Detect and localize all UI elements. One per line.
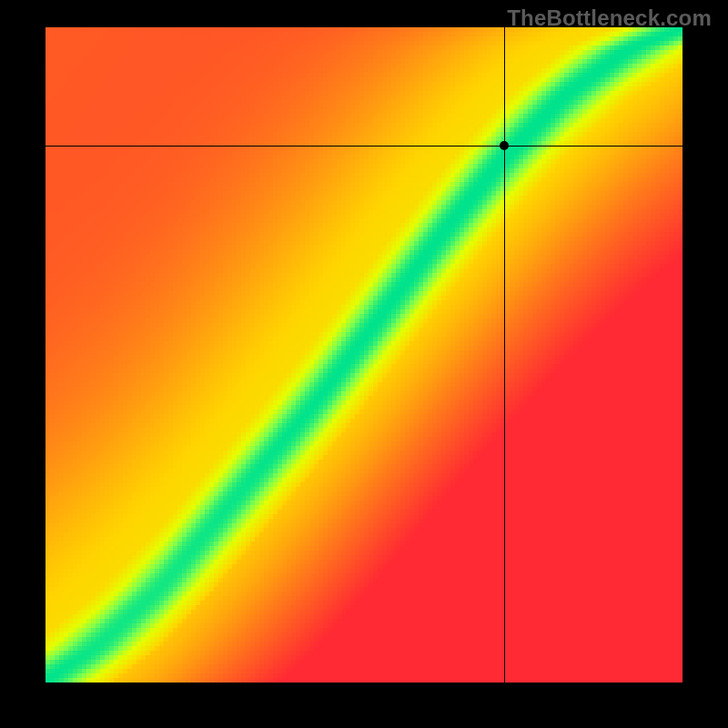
crosshair-horizontal bbox=[46, 146, 682, 147]
target-marker bbox=[500, 141, 509, 150]
heatmap-canvas bbox=[46, 27, 682, 682]
chart-container: TheBottleneck.com bbox=[0, 0, 728, 728]
crosshair-vertical bbox=[504, 27, 505, 682]
heatmap-plot bbox=[46, 27, 682, 682]
